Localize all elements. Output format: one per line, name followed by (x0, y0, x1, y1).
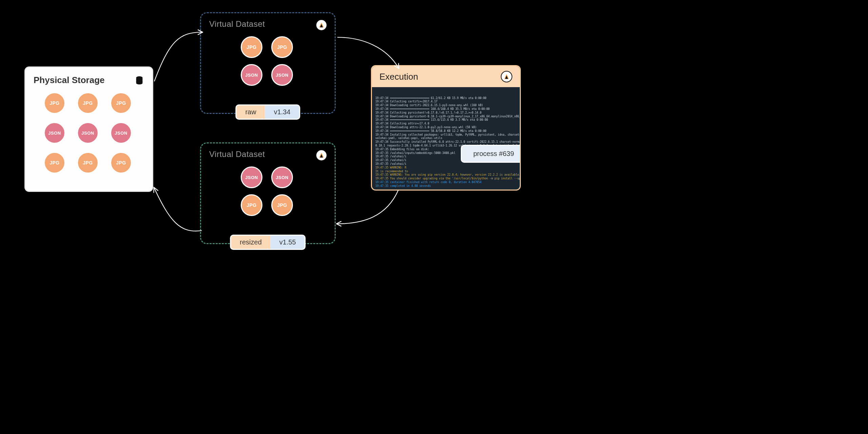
log-line: 19:47:34 ━━━━━━━━━━━━━━━━━━━━━━━━ 115.6/… (375, 118, 517, 122)
vds-file-grid: JPGJPGJSONJSON (209, 36, 327, 88)
arrow-resized-to-physical (154, 188, 202, 231)
dataset-version-tag: v1.55 (271, 236, 305, 249)
jpg-file-chip: JPG (271, 194, 293, 216)
arrow-execution-to-resized (337, 190, 398, 224)
json-file-chip: JSON (77, 122, 99, 144)
jpg-file-chip: JPG (241, 36, 262, 58)
jpg-file-chip: JPG (110, 92, 132, 114)
log-line: valohai-yaml, valohai-papi, valohai-util… (375, 137, 517, 140)
virtual-dataset-title: Virtual Dataset (209, 150, 327, 159)
log-line: 19:47:35 You should consider upgrading v… (375, 177, 517, 181)
log-line: 19:47:34 ━━━━━━━━━━━━━━━━━━━━━━━━ 61.2/6… (375, 97, 517, 100)
log-line: It is recommended to (375, 170, 517, 174)
log-line: 19:47:34 ━━━━━━━━━━━━━━━━━━━━━━━━ 160.4/… (375, 107, 517, 111)
dataset-tag-bar: raw v1.34 (235, 104, 300, 120)
valohai-logo-icon (316, 19, 327, 31)
jpg-file-chip: JPG (77, 92, 99, 114)
arrow-raw-to-execution (337, 37, 398, 68)
jpg-file-chip: JPG (271, 36, 293, 58)
log-line: 19:47:34 Installing collected packages: … (375, 133, 517, 137)
json-file-chip: JSON (271, 64, 293, 86)
log-line: 19:47:34 Collecting attrs>=17.4.0 (375, 122, 517, 126)
log-line: 19:47:35 completed in 4.80 seconds (375, 184, 517, 188)
vds-file-grid: JSONJSONJPGJPG (209, 166, 327, 218)
process-badge: process #639 (461, 145, 520, 163)
jpg-file-chip: JPG (241, 194, 262, 216)
log-line: 19:47:35 WARNING: You are using pip vers… (375, 173, 517, 177)
execution-log: 19:47:34 ━━━━━━━━━━━━━━━━━━━━━━━━ 61.2/6… (372, 87, 520, 191)
log-line: 19:47:34 Downloading attrs-22.1.0-py2.py… (375, 126, 517, 130)
log-line: 19:47:34 Collecting certifi>=2017.4.17 (375, 100, 517, 104)
physical-storage-title: Physical Storage (34, 75, 144, 85)
jpg-file-chip: JPG (77, 152, 99, 174)
execution-title: Execution (379, 72, 418, 82)
dataset-name-tag: raw (236, 105, 265, 119)
log-line: 19:47:35 /valohai/i (375, 162, 517, 166)
virtual-dataset-resized-card: Virtual Dataset JSONJSONJPGJPG resized v… (200, 142, 336, 244)
valohai-logo-icon (501, 71, 512, 82)
jpg-file-chip: JPG (44, 152, 65, 174)
log-line: 19:47:35 container finished with return … (375, 181, 517, 184)
log-line: 19:47:34 Collecting pyrsistent!=0.17.0,!… (375, 111, 517, 115)
physical-file-grid: JPGJPGJPGJSONJSONJSONJPGJPGJPG (34, 92, 144, 176)
virtual-dataset-title: Virtual Dataset (209, 19, 327, 29)
jpg-file-chip: JPG (110, 152, 132, 174)
json-file-chip: JSON (271, 166, 293, 188)
physical-storage-card: Physical Storage JPGJPGJPGJSONJSONJSONJP… (24, 66, 153, 192)
log-line: 19:47:34 Downloading pyrsistent-0.18.1-c… (375, 115, 517, 119)
json-file-chip: JSON (241, 64, 262, 86)
dataset-tag-bar: resized v1.55 (230, 235, 305, 250)
jpg-file-chip: JPG (44, 92, 65, 114)
virtual-dataset-raw-card: Virtual Dataset JPGJPGJSONJSON raw v1.34 (200, 12, 336, 114)
log-line: 19:47:34 Successfully installed PyYAML-6… (375, 140, 517, 144)
json-file-chip: JSON (44, 122, 65, 144)
execution-card: Execution 19:47:34 ━━━━━━━━━━━━━━━━━━━━━… (371, 65, 521, 191)
log-line: 19:47:34 Downloading certifi-2022.6.15.1… (375, 104, 517, 107)
json-file-chip: JSON (110, 122, 132, 144)
database-icon (135, 76, 144, 85)
json-file-chip: JSON (241, 166, 262, 188)
valohai-logo-icon (316, 150, 327, 161)
execution-header: Execution (372, 66, 520, 87)
log-line: 19:47:35 WARNING: R (375, 166, 517, 170)
dataset-name-tag: resized (231, 236, 270, 249)
log-line: 19:47:34 ━━━━━━━━━━━━━━━━━━━━━━━━ 58.8/5… (375, 130, 517, 133)
arrow-physical-to-raw (154, 32, 202, 81)
dataset-version-tag: v1.34 (265, 105, 299, 119)
